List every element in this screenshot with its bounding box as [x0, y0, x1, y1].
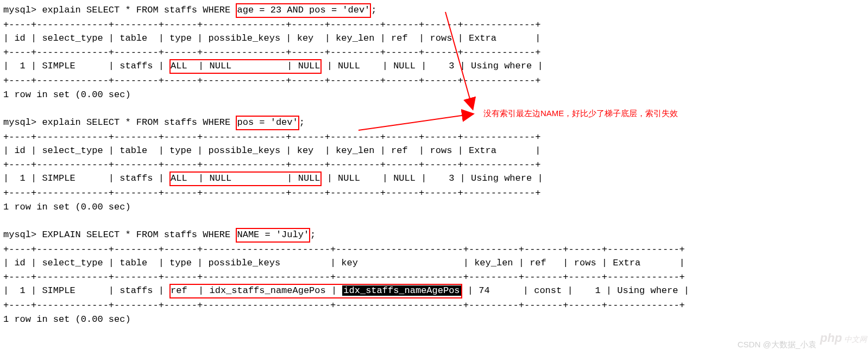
query2-border-mid: +----+-------------+--------+------+----…	[3, 158, 865, 172]
query2-footer: 1 row in set (0.00 sec)	[3, 200, 865, 214]
watermark-csdn: CSDN @大数据_小袁	[738, 339, 816, 351]
query3-prompt: mysql> EXPLAIN SELECT * FROM staffs WHER…	[3, 228, 865, 243]
query2-row: | 1 | SIMPLE | staffs | ALL | NULL | NUL…	[3, 171, 865, 186]
query1-border-mid: +----+-------------+--------+------+----…	[3, 46, 865, 60]
query3-border-top: +----+-------------+--------+------+----…	[3, 243, 865, 257]
query3-condition-box: NAME = 'July'	[236, 228, 310, 243]
query3-row: | 1 | SIMPLE | staffs | ref | idx_staffs…	[3, 284, 865, 298]
query3-key-inverse: idx_staffs_nameAgePos	[342, 285, 461, 296]
query3-border-mid: +----+-------------+--------+------+----…	[3, 270, 865, 284]
query2-row-box: ALL | NULL | NULL	[169, 171, 321, 186]
query3-header: | id | select_type | table | type | poss…	[3, 256, 865, 270]
query3-row-box: ref | idx_staffs_nameAgePos | idx_staffs…	[169, 284, 462, 298]
query1-footer: 1 row in set (0.00 sec)	[3, 88, 865, 102]
query2-border-bot: +----+-------------+--------+------+----…	[3, 186, 865, 200]
query2-border-top: +----+-------------+--------+------+----…	[3, 130, 865, 144]
query1-header: | id | select_type | table | type | poss…	[3, 31, 865, 46]
query2-header: | id | select_type | table | type | poss…	[3, 144, 865, 158]
query2-prompt: mysql> explain SELECT * FROM staffs WHER…	[3, 116, 865, 130]
annotation-text: 没有索引最左边NAME，好比少了梯子底层，索引失效	[483, 107, 678, 120]
watermark-php: php 中文网	[820, 329, 867, 347]
query3-footer: 1 row in set (0.00 sec)	[3, 313, 865, 327]
query1-row: | 1 | SIMPLE | staffs | ALL | NULL | NUL…	[3, 59, 865, 74]
query1-condition-box: age = 23 AND pos = 'dev'	[236, 3, 371, 18]
query2-condition-box: pos = 'dev'	[236, 116, 299, 130]
query3-border-bot: +----+-------------+--------+------+----…	[3, 298, 865, 313]
query1-row-box: ALL | NULL | NULL	[169, 59, 321, 74]
query1-prompt: mysql> explain SELECT * FROM staffs WHER…	[3, 3, 865, 18]
query1-border-bot: +----+-------------+--------+------+----…	[3, 74, 865, 88]
query1-border-top: +----+-------------+--------+------+----…	[3, 18, 865, 32]
